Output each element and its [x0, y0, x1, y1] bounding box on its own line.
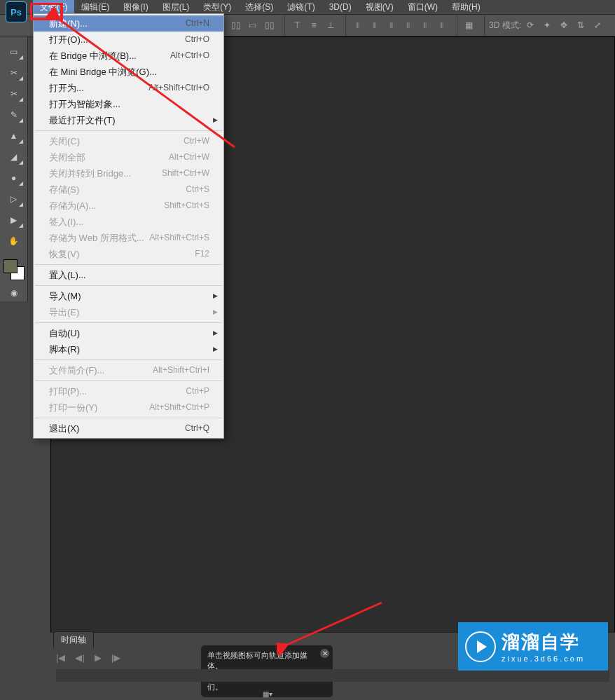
menu-item-open[interactable]: 打开(O)...Ctrl+O: [34, 32, 223, 48]
menu-item-open-smart[interactable]: 打开为智能对象...: [34, 96, 223, 112]
menu-item-checkin: 签入(I)...: [34, 214, 223, 230]
menu-item-exit[interactable]: 退出(X)Ctrl+Q: [34, 420, 223, 437]
menu-bar: 文件(F) 编辑(E) 图像(I) 图层(L) 类型(Y) 选择(S) 滤镜(T…: [0, 0, 615, 14]
menu-layer[interactable]: 图层(L): [156, 0, 197, 15]
distribute-icon[interactable]: ⫴: [434, 18, 450, 33]
blur-tool[interactable]: ●: [4, 170, 24, 186]
menu-item-place[interactable]: 置入(L)...: [34, 267, 223, 283]
roll-icon[interactable]: ✦: [539, 18, 555, 33]
menu-separator: [35, 322, 222, 323]
menu-item-export: 导出(E): [34, 304, 223, 320]
toolbox: ▭ ✂ ✂ ✎ ▲ ◢ ● ▷ ▶ ✋ ◉: [0, 36, 28, 301]
play-button[interactable]: ▶: [95, 652, 102, 663]
menu-item-automate[interactable]: 自动(U): [34, 325, 223, 341]
tooltip-text: 单击视频图标可向轨道添加媒体。: [207, 650, 317, 671]
menu-separator: [35, 418, 222, 418]
hand-tool[interactable]: ✋: [4, 233, 24, 249]
slide-icon[interactable]: ⇅: [573, 18, 588, 33]
menu-item-scripts[interactable]: 脚本(R): [34, 341, 223, 357]
file-menu-dropdown: 新建(N)...Ctrl+N 打开(O)...Ctrl+O 在 Bridge 中…: [33, 13, 224, 439]
distribute-icon[interactable]: ⫴: [350, 18, 366, 33]
menu-item-close: 关闭(C)Ctrl+W: [34, 133, 223, 149]
align-top-icon[interactable]: ⊤: [289, 18, 305, 33]
menu-item-print-one: 打印一份(Y)Alt+Shift+Ctrl+P: [34, 399, 223, 416]
align-icon[interactable]: ▯▯: [228, 18, 244, 33]
menu-3d[interactable]: 3D(D): [322, 1, 359, 13]
menu-type[interactable]: 类型(Y): [196, 0, 238, 15]
workspace-icon[interactable]: ▦: [462, 18, 477, 33]
close-icon[interactable]: ✕: [320, 649, 329, 658]
menu-item-import[interactable]: 导入(M): [34, 288, 223, 304]
menu-separator: [35, 130, 222, 131]
menu-window[interactable]: 窗口(W): [401, 0, 445, 15]
watermark-url: zixue.3d66.com: [502, 654, 585, 663]
menu-filter[interactable]: 滤镜(T): [280, 0, 322, 15]
menu-separator: [35, 285, 222, 286]
align-icon[interactable]: ▯▯: [262, 18, 277, 33]
menu-item-revert: 恢复(V)F12: [34, 246, 223, 262]
next-frame-button[interactable]: |▶: [111, 652, 120, 663]
orbit-icon[interactable]: ⟳: [523, 18, 538, 33]
app-logo: Ps: [6, 1, 27, 22]
menu-separator: [35, 264, 222, 265]
healing-tool[interactable]: ✎: [4, 107, 24, 123]
crop-tool[interactable]: ✂: [4, 85, 24, 102]
menu-item-save-as: 存储为(A)...Shift+Ctrl+S: [34, 198, 223, 214]
watermark-badge: 溜溜自学 zixue.3d66.com: [458, 622, 608, 671]
menu-image[interactable]: 图像(I): [116, 0, 155, 15]
distribute-icon[interactable]: ⫴: [401, 18, 416, 33]
pen-tool[interactable]: ▷: [4, 191, 24, 207]
menu-item-new[interactable]: 新建(N)...Ctrl+N: [34, 15, 223, 32]
fg-color-swatch[interactable]: [4, 259, 18, 273]
distribute-icon[interactable]: ⫴: [384, 18, 399, 33]
brush-tool[interactable]: ▲: [4, 128, 24, 144]
distribute-icon[interactable]: ⫴: [417, 18, 433, 33]
menu-edit[interactable]: 编辑(E): [74, 0, 116, 15]
play-icon: [465, 631, 496, 662]
pan-icon[interactable]: ✥: [556, 18, 572, 33]
menu-item-close-bridge: 关闭并转到 Bridge...Shift+Ctrl+W: [34, 165, 223, 181]
distribute-icon[interactable]: ⫴: [367, 18, 382, 33]
first-frame-button[interactable]: |◀: [56, 652, 65, 663]
align-bot-icon[interactable]: ⊥: [323, 18, 338, 33]
timeline-track[interactable]: [56, 669, 609, 682]
menu-select[interactable]: 选择(S): [238, 0, 280, 15]
quickmask-tool[interactable]: ◉: [4, 284, 24, 301]
menu-item-browse-mini[interactable]: 在 Mini Bridge 中浏览(G)...: [34, 64, 223, 80]
menu-item-save-web: 存储为 Web 所用格式...Alt+Shift+Ctrl+S: [34, 230, 223, 246]
menu-item-browse-bridge[interactable]: 在 Bridge 中浏览(B)...Alt+Ctrl+O: [34, 48, 223, 64]
menu-separator: [35, 359, 222, 360]
timeline-controls: |◀ ◀| ▶ |▶: [56, 652, 120, 663]
path-select-tool[interactable]: ▶: [4, 212, 24, 228]
menu-item-print: 打印(P)...Ctrl+P: [34, 383, 223, 399]
menu-file[interactable]: 文件(F): [33, 0, 74, 15]
menu-separator: [35, 380, 222, 381]
align-icon[interactable]: ▭: [245, 18, 261, 33]
align-mid-icon[interactable]: ≡: [306, 18, 322, 33]
mode-3d-label: 3D 模式:: [489, 20, 521, 32]
menu-help[interactable]: 帮助(H): [445, 0, 488, 15]
timeline-video-icon[interactable]: ▦▾: [261, 688, 275, 699]
menu-item-close-all: 关闭全部Alt+Ctrl+W: [34, 149, 223, 165]
prev-frame-button[interactable]: ◀|: [75, 652, 84, 663]
color-swatches[interactable]: [4, 259, 25, 280]
lasso-tool[interactable]: ✂: [4, 64, 24, 81]
timeline-tab[interactable]: 时间轴: [53, 631, 94, 648]
menu-item-open-as[interactable]: 打开为...Alt+Shift+Ctrl+O: [34, 80, 223, 96]
menu-item-file-info: 文件简介(F)...Alt+Shift+Ctrl+I: [34, 362, 223, 378]
eraser-tool[interactable]: ◢: [4, 149, 24, 165]
menu-item-save: 存储(S)Ctrl+S: [34, 181, 223, 198]
zoom-icon[interactable]: ⤢: [590, 18, 605, 33]
marquee-tool[interactable]: ▭: [4, 43, 24, 60]
menu-item-recent[interactable]: 最近打开文件(T): [34, 112, 223, 128]
watermark-title: 溜溜自学: [502, 630, 585, 654]
menu-view[interactable]: 视图(V): [359, 0, 401, 15]
